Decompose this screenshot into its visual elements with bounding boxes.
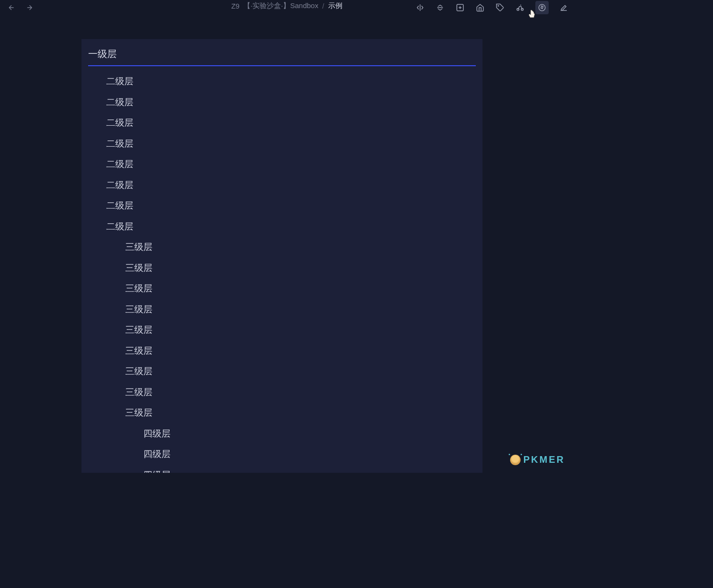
content-area: 一级层 二级层 二级层 二级层 二级层 二级层 二级层 二级层 二级层 三级层 … — [0, 39, 573, 473]
svg-point-1 — [498, 6, 499, 7]
heading-level-2[interactable]: 二级层 — [88, 199, 476, 213]
pkmer-logo-icon — [510, 455, 521, 465]
heading-level-2[interactable]: 二级层 — [88, 96, 476, 110]
heading-level-4[interactable]: 四级层 — [88, 427, 476, 441]
heading-level-2[interactable]: 二级层 — [88, 158, 476, 171]
back-button[interactable] — [7, 3, 16, 12]
heading-level-4[interactable]: 四级层 — [88, 468, 476, 473]
heading-level-2[interactable]: 二级层 — [88, 179, 476, 192]
watermark-text: PKMER — [523, 454, 565, 465]
breadcrumb-seg-2[interactable]: 【·实验沙盒·】Sandbox — [243, 1, 319, 10]
heading-level-3[interactable]: 三级层 — [88, 386, 476, 399]
heading-level-2[interactable]: 二级层 — [88, 116, 476, 130]
breadcrumb-current[interactable]: 示例 — [328, 1, 342, 10]
heading-level-3[interactable]: 三级层 — [88, 240, 476, 254]
add-icon[interactable] — [455, 3, 465, 12]
heading-level-3[interactable]: 三级层 — [88, 261, 476, 275]
heading-level-4[interactable]: 四级层 — [88, 448, 476, 461]
top-bar: Z9 【·实验沙盒·】Sandbox / 示例 — [0, 0, 573, 15]
bike-icon[interactable] — [515, 3, 525, 12]
heading-level-3[interactable]: 三级层 — [88, 323, 476, 337]
home-icon[interactable] — [475, 3, 485, 12]
breadcrumb-seg-1[interactable]: Z9 — [231, 2, 240, 10]
forward-button[interactable] — [25, 3, 34, 12]
collapse-icon[interactable] — [435, 3, 445, 12]
split-vertical-icon[interactable] — [415, 3, 425, 12]
heading-level-2[interactable]: 二级层 — [88, 75, 476, 89]
compass-icon[interactable] — [535, 1, 549, 14]
heading-level-3[interactable]: 三级层 — [88, 344, 476, 358]
outline-card: 一级层 二级层 二级层 二级层 二级层 二级层 二级层 二级层 二级层 三级层 … — [81, 39, 482, 473]
breadcrumb-sep: / — [322, 2, 324, 10]
heading-level-1[interactable]: 一级层 — [88, 48, 476, 66]
heading-level-3[interactable]: 三级层 — [88, 282, 476, 296]
toolbar-right — [415, 1, 569, 14]
heading-level-2[interactable]: 二级层 — [88, 220, 476, 234]
heading-level-3[interactable]: 三级层 — [88, 303, 476, 317]
heading-level-2[interactable]: 二级层 — [88, 137, 476, 151]
breadcrumb: Z9 【·实验沙盒·】Sandbox / 示例 — [231, 1, 342, 10]
heading-level-3[interactable]: 三级层 — [88, 365, 476, 379]
nav-arrows — [4, 3, 34, 12]
edit-icon[interactable] — [559, 3, 569, 12]
svg-point-4 — [539, 4, 545, 11]
tag-icon[interactable] — [495, 3, 505, 12]
heading-level-3[interactable]: 三级层 — [88, 406, 476, 420]
watermark: PKMER — [510, 454, 565, 465]
